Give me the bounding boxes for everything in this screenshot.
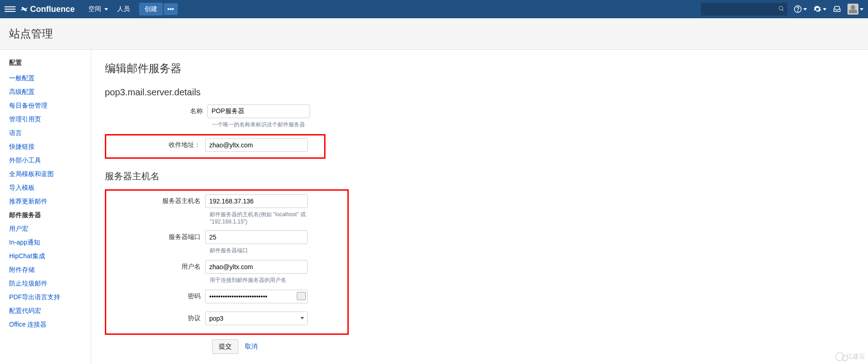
highlight-recipient: 收件地址： (105, 134, 326, 159)
label-host: 服务器主机名 (106, 194, 205, 205)
highlight-server-settings: 服务器主机名 邮件服务器的主机名(例如 "localhost" 或 "192.1… (105, 189, 349, 335)
confluence-logo[interactable]: Confluence (20, 5, 75, 14)
sidebar-item-7[interactable]: 全局模板和蓝图 (9, 167, 91, 181)
settings-gear-icon[interactable] (813, 5, 827, 13)
sidebar-item-17[interactable]: 配置代码宏 (9, 304, 91, 318)
input-host[interactable] (205, 194, 308, 208)
form-buttons: 提交 取消 (212, 339, 854, 354)
sidebar-item-1[interactable]: 高级配置 (9, 85, 91, 99)
svg-line-1 (782, 10, 784, 11)
row-user: 用户名 (106, 260, 340, 274)
cancel-link[interactable]: 取消 (245, 343, 258, 350)
svg-point-3 (797, 11, 798, 11)
confluence-logo-icon (20, 5, 28, 13)
sidebar-item-16[interactable]: PDF导出语言支持 (9, 291, 91, 304)
sidebar-item-11[interactable]: 用户宏 (9, 222, 91, 236)
search-icon[interactable] (778, 5, 785, 13)
page-title: 站点管理 (9, 26, 859, 41)
more-button[interactable]: ••• (164, 3, 178, 15)
watermark-text: 亿速云 (846, 353, 865, 361)
row-port: 服务器端口 (106, 230, 340, 244)
search-input[interactable] (701, 3, 787, 16)
topbar: Confluence 空间 人员 创建 ••• (0, 0, 868, 18)
watermark: 亿速云 (835, 352, 865, 361)
hamburger-menu-icon[interactable] (5, 4, 16, 15)
label-addr: 收件地址： (106, 138, 205, 149)
help-icon[interactable] (794, 5, 807, 13)
avatar-icon (847, 4, 858, 15)
input-user[interactable] (205, 260, 308, 274)
nav-space[interactable]: 空间 (88, 5, 108, 13)
section-host: 服务器主机名 (105, 170, 854, 182)
hint-host: 邮件服务器的主机名(例如 "localhost" 或 "192.168.1.15… (210, 211, 340, 225)
search-wrap (701, 3, 787, 16)
nav-people[interactable]: 人员 (117, 5, 130, 13)
select-protocol[interactable]: pop3 (205, 312, 308, 325)
row-addr: 收件地址： (106, 138, 308, 152)
sidebar-item-3[interactable]: 管理引用页 (9, 113, 91, 126)
hint-user: 用于连接到邮件服务器的用户名 (210, 276, 340, 284)
user-menu[interactable] (847, 4, 863, 15)
sidebar-item-14[interactable]: 附件存储 (9, 263, 91, 277)
row-host: 服务器主机名 (106, 194, 340, 208)
sidebar-item-9[interactable]: 推荐更新邮件 (9, 195, 91, 208)
sidebar-item-15[interactable]: 防止垃圾邮件 (9, 277, 91, 291)
page-title-bar: 站点管理 (0, 18, 868, 50)
sidebar-item-8[interactable]: 导入模板 (9, 181, 91, 195)
label-name: 名称 (105, 104, 207, 115)
create-button[interactable]: 创建 (139, 3, 163, 16)
chevron-down-icon (803, 8, 807, 10)
input-name[interactable] (207, 104, 310, 118)
sidebar-item-6[interactable]: 外部小工具 (9, 154, 91, 167)
label-port: 服务器端口 (106, 230, 205, 241)
chevron-down-icon (823, 8, 827, 10)
content: 编辑邮件服务器 pop3.mail.server.details 名称 一个唯一… (91, 50, 868, 364)
chevron-down-icon (104, 8, 108, 10)
sidebar-group-config: 配置 (9, 59, 91, 67)
inbox-icon[interactable] (833, 5, 841, 13)
sidebar: 配置 一般配置高级配置每日备份管理管理引用页语言快捷链接外部小工具全局模板和蓝图… (0, 50, 91, 364)
input-addr[interactable] (205, 138, 308, 152)
sidebar-item-18[interactable]: Office 连接器 (9, 318, 91, 332)
row-password: 密码 (106, 290, 340, 303)
hint-name: 一个唯一的名称来标识这个邮件服务器 (212, 121, 854, 129)
label-password: 密码 (106, 290, 205, 301)
sidebar-item-2[interactable]: 每日备份管理 (9, 99, 91, 113)
chevron-down-icon (860, 8, 863, 10)
sidebar-item-13[interactable]: HipChat集成 (9, 250, 91, 263)
sidebar-item-0[interactable]: 一般配置 (9, 72, 91, 85)
input-port[interactable] (205, 230, 308, 244)
input-password[interactable] (205, 290, 308, 303)
sidebar-item-10[interactable]: 邮件服务器 (9, 208, 91, 222)
label-protocol: 协议 (106, 312, 205, 322)
sidebar-item-5[interactable]: 快捷链接 (9, 140, 91, 154)
svg-point-0 (779, 6, 783, 10)
sidebar-item-12[interactable]: In-app通知 (9, 236, 91, 250)
section-details: pop3.mail.server.details (105, 87, 854, 98)
watermark-icon (835, 352, 844, 361)
keyboard-icon[interactable] (297, 292, 306, 300)
label-user: 用户名 (106, 260, 205, 271)
row-name: 名称 (105, 104, 854, 118)
row-protocol: 协议 pop3 (106, 312, 340, 325)
submit-button[interactable]: 提交 (212, 339, 238, 354)
confluence-logo-text: Confluence (30, 5, 75, 14)
content-heading: 编辑邮件服务器 (105, 61, 854, 76)
sidebar-item-4[interactable]: 语言 (9, 126, 91, 140)
hint-port: 邮件服务器端口 (210, 247, 340, 255)
